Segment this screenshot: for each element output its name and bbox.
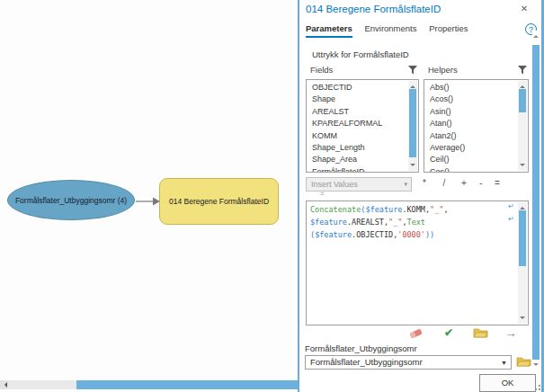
- scroll-down-arrow-icon[interactable]: [520, 316, 525, 322]
- arrow-right-icon: →: [505, 326, 517, 340]
- expression-code: Concatenate($feature.KOMM,"_",$feature.A…: [310, 203, 503, 241]
- scroll-up-arrow-icon[interactable]: [533, 32, 539, 38]
- panel-scrollbar[interactable]: [532, 31, 540, 372]
- output-parameter-value: Formålsflater_Utbyggingsomr: [310, 357, 423, 367]
- geoprocessing-panel: 014 Beregene FormålsflateID ✕ Parameters…: [298, 0, 544, 392]
- fields-filter-icon[interactable]: [407, 65, 418, 76]
- list-item[interactable]: Abs(): [430, 82, 515, 94]
- panel-tabs: Parameters Environments Properties: [306, 23, 477, 38]
- scroll-up-arrow-icon[interactable]: [520, 83, 525, 88]
- operator-minus-button[interactable]: -: [475, 178, 487, 188]
- list-item[interactable]: AREALST: [312, 106, 406, 118]
- chevron-down-icon: ▼: [501, 357, 507, 370]
- helpers-scrollbar-thumb[interactable]: [519, 89, 526, 112]
- helpers-filter-icon[interactable]: [517, 65, 528, 76]
- export-expression-button[interactable]: →: [503, 326, 519, 341]
- model-tool-node[interactable]: 014 Beregene FormålsflateID: [159, 178, 279, 225]
- tab-properties[interactable]: Properties: [429, 23, 468, 36]
- wrap-indicator-icon: ↵: [508, 202, 514, 210]
- scroll-up-arrow-icon[interactable]: [520, 204, 525, 209]
- list-item[interactable]: Atan(): [430, 118, 515, 129]
- model-canvas: Formålsflater_Utbyggingsomr (4) 014 Bere…: [0, 0, 298, 392]
- equals-hint: =: [320, 190, 325, 198]
- close-icon[interactable]: ✕: [518, 3, 531, 15]
- horizontal-scrollbar[interactable]: [0, 380, 300, 389]
- panel-title: 014 Beregene FormålsflateID: [306, 4, 441, 14]
- helpers-column: Helpers Abs() Acos() Asin() Atan() Atan2…: [424, 63, 529, 173]
- wrap-indicator-icon: ↵: [508, 215, 514, 223]
- output-parameter-dropdown[interactable]: Formålsflater_Utbyggingsomr ▼: [305, 355, 512, 370]
- list-item[interactable]: KPAREALFORMAL: [312, 118, 406, 129]
- operator-plus-button[interactable]: +: [458, 178, 470, 188]
- list-item[interactable]: Shape_Area: [312, 154, 406, 165]
- expression-code-editor[interactable]: Concatenate($feature.KOMM,"_",$feature.A…: [306, 200, 529, 325]
- verify-expression-button[interactable]: ✔: [441, 326, 457, 341]
- scroll-down-arrow-icon[interactable]: [410, 164, 415, 169]
- fields-scrollbar[interactable]: [408, 81, 417, 171]
- operator-equals-button[interactable]: =: [491, 178, 504, 188]
- expression-label: Uttrykk for FormålsflateID: [312, 49, 409, 59]
- list-item[interactable]: KOMM: [312, 130, 406, 142]
- horizontal-scrollbar-thumb[interactable]: [76, 380, 300, 389]
- tab-environments[interactable]: Environments: [364, 23, 416, 36]
- scroll-up-arrow-icon[interactable]: [410, 83, 415, 88]
- chevron-down-icon: ▾: [404, 178, 407, 191]
- fields-column: Fields OBJECTID Shape AREALST KPAREALFOR…: [306, 63, 419, 173]
- clear-expression-button[interactable]: [407, 326, 424, 341]
- browse-output-button[interactable]: [516, 355, 531, 371]
- panel-scrollbar-thumb[interactable]: [532, 45, 540, 360]
- fields-list: OBJECTID Shape AREALST KPAREALFORMAL KOM…: [306, 79, 419, 173]
- scroll-down-arrow-icon[interactable]: [520, 164, 525, 169]
- ok-button[interactable]: OK: [479, 374, 536, 392]
- resize-grip[interactable]: [534, 382, 540, 390]
- open-expression-button[interactable]: [472, 326, 488, 341]
- eraser-icon: [408, 326, 424, 340]
- list-item[interactable]: Acos(): [430, 94, 515, 105]
- list-item[interactable]: Atan2(): [430, 130, 515, 142]
- scroll-left-arrow-icon[interactable]: [0, 380, 8, 389]
- fields-header: Fields: [310, 65, 333, 75]
- list-item[interactable]: Shape: [312, 94, 406, 105]
- insert-values-placeholder: Insert Values: [311, 180, 358, 189]
- helpers-scrollbar[interactable]: [518, 81, 527, 171]
- operator-divide-button[interactable]: /: [438, 178, 450, 188]
- model-input-node[interactable]: Formålsflater_Utbyggingsomr (4): [7, 180, 135, 220]
- scroll-down-arrow-icon[interactable]: [533, 363, 539, 369]
- model-tool-label: 014 Beregene FormålsflateID: [169, 197, 269, 206]
- code-scrollbar-thumb[interactable]: [519, 210, 526, 266]
- fields-scrollbar-thumb[interactable]: [409, 89, 416, 157]
- connector-arrow: [134, 193, 161, 209]
- folder-open-icon: [473, 326, 488, 339]
- folder-open-icon: [516, 355, 531, 368]
- list-item[interactable]: Average(): [430, 142, 515, 154]
- list-item[interactable]: Asin(): [430, 106, 515, 118]
- operator-multiply-button[interactable]: *: [418, 178, 431, 188]
- list-item[interactable]: FormålsflateID: [312, 166, 406, 173]
- list-item[interactable]: Cos(): [430, 166, 515, 173]
- helpers-header: Helpers: [428, 65, 458, 75]
- checkmark-icon: ✔: [444, 326, 453, 339]
- list-item[interactable]: OBJECTID: [312, 82, 406, 94]
- list-item[interactable]: Ceil(): [430, 154, 515, 165]
- code-scrollbar[interactable]: [518, 202, 527, 324]
- helpers-list: Abs() Acos() Asin() Atan() Atan2() Avera…: [424, 79, 529, 173]
- model-input-label: Formålsflater_Utbyggingsomr (4): [15, 196, 127, 205]
- output-parameter-label: Formålsflater_Utbyggingsomr: [305, 343, 417, 353]
- list-item[interactable]: Shape_Length: [312, 142, 406, 154]
- tab-parameters[interactable]: Parameters: [306, 23, 352, 38]
